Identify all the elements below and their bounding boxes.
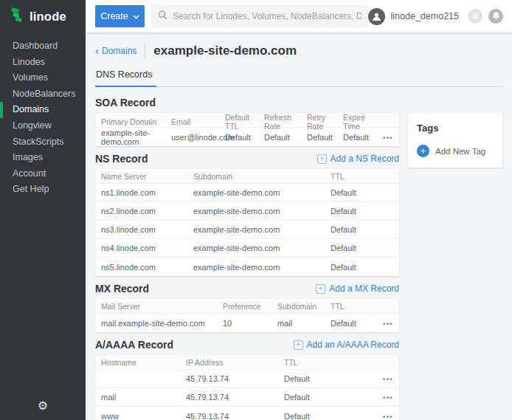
create-button[interactable]: Create [95,5,145,27]
breadcrumb: ‹ Domains example-site-demo.com [95,42,502,60]
column-header: IP Address [186,358,284,367]
page-title: example-site-demo.com [153,44,297,58]
records-table: Mail ServerPreferenceSubdomainTTLmail.ex… [95,299,399,332]
column-header: Retry Rate [307,113,343,131]
sidebar-item-stackscripts[interactable]: StackScripts [0,134,86,151]
topbar: Create linode_demo215 0 [86,0,512,32]
table-header-row: Primary DomainEmailDefault TTLRefresh Ra… [95,113,399,128]
breadcrumb-back-label: Domains [102,46,136,56]
table-cell: ns2.linode.com [101,207,193,216]
add-record-link[interactable]: +Add an A/AAAA Record [294,340,399,350]
row-actions-button[interactable]: ••• [383,134,393,142]
add-record-link[interactable]: +Add a MX Record [316,283,399,294]
settings-gear-button[interactable]: ⚙ [0,399,86,413]
chevron-down-icon [133,11,139,21]
column-header: Default TTL [225,113,264,131]
sidebar-item-domains[interactable]: Domains [0,102,86,118]
table-cell: 45.79.13.74 [186,393,284,402]
table-row: 45.79.13.74Default••• [95,370,399,388]
table-cell: Default [331,207,393,216]
column-header: TTL [331,172,393,181]
table-cell: Default [331,188,393,197]
column-header: Refresh Rate [264,113,307,131]
column-header: Hostname [101,358,186,367]
user-area: linode_demo215 0 [368,8,503,25]
table-cell: Default [331,319,371,328]
table-row: ns4.linode.comexample-site-demo.comDefau… [95,239,399,258]
table-cell: ns3.linode.com [101,225,193,234]
sidebar-item-volumes[interactable]: Volumes [0,70,86,86]
chevron-left-icon: ‹ [95,47,99,55]
column-header: Email [171,117,225,126]
table-cell: Default [284,412,371,420]
sidebar-item-account[interactable]: Account [0,166,86,182]
sidebar-item-images[interactable]: Images [0,150,86,166]
sidebar-item-longview[interactable]: Longview [0,118,86,134]
table-row: ns2.linode.comexample-site-demo.comDefau… [95,202,399,221]
dns-records-sections: SOA RecordPrimary DomainEmailDefault TTL… [95,96,399,420]
section-title: SOA Record [95,97,156,109]
sidebar-item-dashboard[interactable]: Dashboard [0,38,86,55]
table-row: mail.example-site-demo.com10mailDefault•… [95,314,399,332]
sidebar-item-linodes[interactable]: Linodes [0,55,86,71]
table-cell: Default [225,133,264,142]
table-cell: Default [284,374,371,383]
notifications-bell-button[interactable] [488,9,503,24]
search-icon [158,10,167,23]
table-row: ns5.linode.comexample-site-demo.comDefau… [95,258,399,276]
table-cell: mail.example-site-demo.com [101,319,223,328]
records-table: Name ServerSubdomainTTLns1.linode.comexa… [95,169,399,276]
linode-logo-icon [10,7,24,26]
notification-count-badge[interactable]: 0 [468,9,482,24]
table-row: www45.79.13.74Default••• [95,407,399,420]
table-cell: mail [101,393,186,402]
record-section-ns-record: NS Record+Add a NS RecordName ServerSubd… [95,152,399,276]
table-cell: Default [331,263,393,272]
username[interactable]: linode_demo215 [391,11,459,21]
table-cell: mail [277,319,331,328]
add-record-label: Add an A/AAAA Record [307,340,399,350]
table-cell: Default [331,225,393,234]
table-row: ns3.linode.comexample-site-demo.comDefau… [95,221,399,239]
tags-card: Tags + Add New Tag [408,113,502,168]
column-header: Name Server [101,172,193,181]
record-section-a-aaaa-record: A/AAAA Record+Add an A/AAAA RecordHostna… [95,338,399,420]
sidebar-item-nodebalancers[interactable]: NodeBalancers [0,86,86,103]
table-header-row: Name ServerSubdomainTTL [95,169,399,184]
table-cell: ns1.linode.com [101,188,193,197]
brand-name: linode [30,10,66,24]
user-avatar[interactable] [368,8,385,25]
row-actions-button[interactable]: ••• [383,320,393,328]
column-header: Primary Domain [101,117,171,126]
column-header: Mail Server [101,302,223,311]
linode-cloud-manager: linode DashboardLinodesVolumesNodeBalanc… [0,0,512,420]
table-cell: example-site-demo.com [193,263,331,272]
table-cell: example-site-demo.com [193,225,331,234]
add-record-plus-icon: + [317,154,327,164]
add-record-label: Add a NS Record [331,154,399,164]
side-panel: Tags + Add New Tag [408,96,502,420]
row-actions-button[interactable]: ••• [383,376,393,383]
table-cell: www [101,412,186,420]
add-record-link[interactable]: +Add a NS Record [317,154,399,164]
table-header-row: Mail ServerPreferenceSubdomainTTL [95,299,399,314]
linode-logo[interactable]: linode [0,0,86,32]
table-header-row: HostnameIP AddressTTL [95,355,399,370]
search-bar [151,5,368,27]
tabs-bar: DNS Records [95,69,502,87]
column-header: TTL [331,302,371,311]
column-header: Subdomain [193,172,331,181]
table-cell: user@linode.com [171,133,225,142]
table-cell: 10 [223,319,277,328]
sidebar-item-get-help[interactable]: Get Help [0,182,86,198]
breadcrumb-back-link[interactable]: ‹ Domains [95,46,136,56]
section-title: A/AAAA Record [95,339,173,351]
table-cell: Default [343,133,380,142]
table-cell: example-site-demo.com [193,207,331,216]
tab-dns-records[interactable]: DNS Records [95,69,156,87]
row-actions-button[interactable]: ••• [383,413,393,420]
search-input[interactable] [173,11,361,21]
row-actions-button[interactable]: ••• [383,394,393,402]
table-cell: example-site-demo.com [193,244,331,252]
add-new-tag-button[interactable]: + Add New Tag [417,145,494,157]
